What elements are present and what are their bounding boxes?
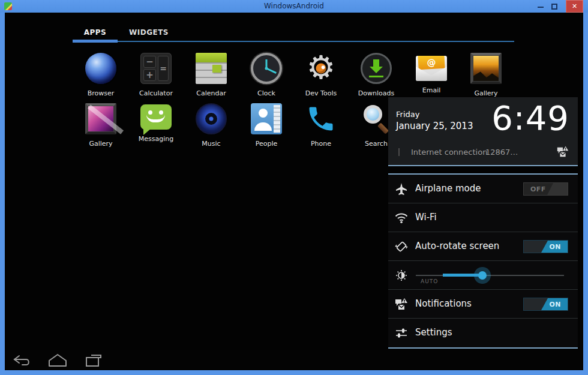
- app-label: Downloads: [349, 89, 404, 97]
- calendar-header: [196, 53, 227, 62]
- app-browser[interactable]: Browser: [73, 53, 128, 97]
- brightness-slider-thumb[interactable]: [478, 271, 487, 280]
- app-gallery-pink[interactable]: Gallery: [73, 103, 128, 148]
- tab-apps[interactable]: APPS: [73, 25, 118, 40]
- clock-notification-card[interactable]: Friday January 25, 2013 6:49 Internet co…: [388, 97, 578, 166]
- row-label: Wi-Fi: [415, 212, 437, 223]
- bubble-tail: [143, 128, 151, 135]
- app-label: Music: [184, 140, 239, 148]
- notification-value: 12867…: [485, 148, 518, 157]
- row-auto-rotate[interactable]: Auto-rotate screen ON: [388, 232, 578, 261]
- notifications-toggle[interactable]: ON: [523, 298, 568, 311]
- toggle-state: ON: [549, 243, 561, 251]
- panel-day: Friday: [396, 110, 419, 119]
- auto-rotate-toggle[interactable]: ON: [523, 240, 568, 253]
- row-airplane-mode[interactable]: Airplane mode OFF: [388, 175, 578, 203]
- tab-rule: [73, 41, 514, 42]
- home-button[interactable]: [47, 353, 68, 368]
- smiley-mouth: [146, 115, 165, 122]
- app-clock[interactable]: Clock: [239, 53, 294, 97]
- toggle-thumb: [547, 183, 568, 195]
- panel-date: January 25, 2013: [396, 121, 473, 131]
- row-wifi[interactable]: Wi-Fi: [388, 203, 578, 232]
- smiley-eye: [159, 110, 163, 115]
- window-title: WindowsAndroid: [0, 0, 588, 13]
- panel-time: 6:49: [491, 98, 569, 137]
- person-head: [259, 109, 268, 118]
- calculator-icon: − + =: [140, 53, 172, 84]
- maximize-button[interactable]: [551, 4, 557, 10]
- app-phone[interactable]: Phone: [293, 103, 349, 148]
- settings-sliders-icon: [394, 326, 409, 340]
- app-label: Email: [404, 86, 459, 94]
- app-label: Clock: [239, 89, 294, 97]
- notification-label: Internet connection: [411, 148, 487, 157]
- app-gallery-sunset[interactable]: Gallery: [458, 53, 514, 97]
- system-navbar: [5, 350, 583, 370]
- airplane-icon: [394, 182, 409, 196]
- app-people[interactable]: People: [239, 103, 294, 148]
- gear-highlight-dot: [322, 65, 325, 69]
- app-label: Dev Tools: [293, 89, 349, 97]
- close-button[interactable]: ✕: [566, 0, 583, 13]
- minimize-button[interactable]: [538, 7, 544, 8]
- photo-frame-icon: [470, 53, 502, 84]
- download-arrow-icon: [361, 53, 392, 84]
- status-indicator: [398, 148, 400, 156]
- pink-photo: [88, 106, 113, 131]
- notification-status-icon: [556, 145, 569, 158]
- app-label: People: [239, 140, 294, 148]
- toggle-state: OFF: [530, 185, 546, 193]
- app-downloads[interactable]: Downloads: [349, 53, 404, 97]
- row-label: Notifications: [415, 298, 472, 309]
- smiley-eye: [148, 110, 152, 115]
- app-music[interactable]: Music: [184, 103, 239, 148]
- rotate-screen-icon: [394, 239, 409, 254]
- arrow-head: [370, 67, 383, 73]
- app-label: Messaging: [128, 135, 184, 143]
- row-settings[interactable]: Settings: [388, 319, 578, 347]
- photo-frame-icon: [85, 103, 116, 134]
- tab-widgets[interactable]: WIDGETS: [119, 25, 179, 40]
- sunset-photo: [473, 56, 499, 81]
- calendar-grid: [196, 62, 227, 84]
- airplane-toggle[interactable]: OFF: [523, 182, 568, 196]
- toggle-state: ON: [549, 301, 561, 308]
- magnifier-lens: [364, 105, 382, 124]
- person-shoulders: [254, 122, 272, 131]
- app-label: Gallery: [458, 89, 514, 97]
- windowsandroid-window: WindowsAndroid ✕ APPS WIDGETS Browser − …: [0, 0, 588, 375]
- app-devtools[interactable]: ⚙ Dev Tools: [293, 53, 349, 97]
- row-label: Airplane mode: [415, 183, 481, 194]
- wifi-icon: [394, 211, 409, 225]
- row-label: Auto-rotate screen: [415, 241, 499, 251]
- recent-apps-button[interactable]: [83, 353, 104, 368]
- brightness-icon: [394, 268, 409, 283]
- magnifier-handle: [377, 122, 389, 134]
- app-calendar[interactable]: Calendar: [184, 53, 239, 97]
- android-screen: APPS WIDGETS Browser − + = Calculator Ca…: [5, 13, 583, 370]
- quick-settings-list: Airplane mode OFF: [388, 173, 578, 349]
- row-brightness[interactable]: AUTO: [388, 261, 578, 290]
- back-button[interactable]: [12, 353, 34, 368]
- calendar-highlight: [212, 65, 221, 73]
- app-messaging[interactable]: Messaging: [128, 103, 184, 143]
- calc-equals-key: =: [158, 56, 169, 81]
- app-label: Browser: [73, 89, 128, 97]
- email-at-flap: @: [418, 56, 445, 70]
- speaker-icon: [196, 103, 227, 134]
- card-binding: [274, 105, 280, 133]
- calendar-icon: [196, 53, 227, 84]
- title-bar[interactable]: WindowsAndroid ✕: [0, 0, 588, 13]
- row-notifications[interactable]: Notifications ON: [388, 290, 578, 319]
- quick-settings-panel: Friday January 25, 2013 6:49 Internet co…: [388, 97, 578, 349]
- gear-icon: ⚙: [305, 53, 337, 84]
- magnifier-icon: [361, 103, 392, 134]
- app-email[interactable]: @ Email: [404, 53, 459, 94]
- notification-row[interactable]: Internet connection 12867…: [388, 145, 578, 160]
- brightness-auto-label: AUTO: [421, 278, 438, 284]
- envelope-icon: @: [416, 56, 447, 81]
- app-calculator[interactable]: − + = Calculator: [128, 53, 184, 97]
- app-label: Calendar: [184, 89, 239, 97]
- app-label: Gallery: [73, 140, 128, 148]
